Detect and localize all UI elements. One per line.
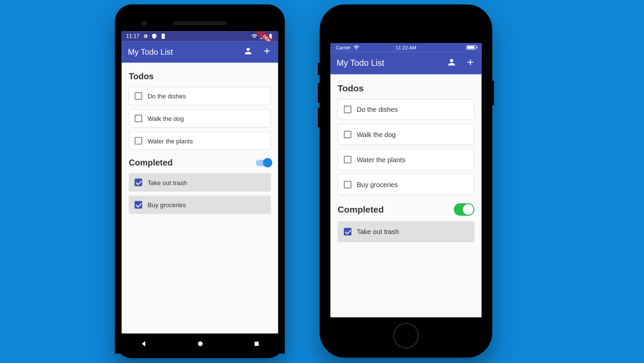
home-button[interactable] — [393, 323, 419, 349]
add-button[interactable] — [466, 57, 475, 69]
profile-button[interactable] — [243, 46, 253, 58]
ios-status-bar: Carrier 11:22 AM — [330, 43, 482, 52]
todo-label: Take out trash — [357, 228, 399, 235]
todo-label: Water the plants — [148, 137, 193, 144]
battery-icon — [466, 45, 476, 50]
add-button[interactable] — [262, 46, 272, 58]
app-title: My Todo List — [128, 47, 243, 57]
todo-item-completed[interactable]: Take out trash — [129, 173, 271, 192]
checkbox[interactable] — [135, 137, 142, 145]
checkbox-checked[interactable] — [135, 179, 142, 186]
checkbox-checked[interactable] — [344, 228, 352, 235]
checkbox[interactable] — [344, 181, 352, 189]
todo-item[interactable]: Water the plants — [337, 149, 474, 170]
android-status-bar: 11:17 — [122, 31, 278, 41]
signal-icon — [259, 33, 266, 40]
android-device-frame: 11:17 My Todo List — [115, 4, 285, 358]
checkbox-checked[interactable] — [135, 201, 142, 209]
recent-icon[interactable] — [253, 340, 260, 347]
android-nav-bar — [115, 333, 285, 354]
todo-label: Buy groceries — [357, 181, 398, 189]
home-icon[interactable] — [196, 339, 204, 348]
battery-icon — [267, 33, 274, 40]
todo-item-completed[interactable]: Take out trash — [337, 221, 474, 242]
todo-label: Walk the dog — [148, 115, 184, 122]
person-icon — [243, 46, 253, 56]
todo-label: Walk the dog — [357, 131, 396, 138]
todo-label: Buy groceries — [148, 201, 186, 208]
todos-heading: Todos — [337, 83, 474, 94]
android-screen: 11:17 My Todo List — [122, 31, 278, 333]
back-icon[interactable] — [139, 339, 147, 348]
shield-icon — [151, 33, 158, 40]
todo-label: Water the plants — [357, 156, 406, 164]
clipboard-icon — [160, 33, 166, 40]
todo-label: Do the dishes — [148, 92, 186, 99]
svg-point-0 — [198, 341, 203, 346]
todo-item[interactable]: Buy groceries — [337, 174, 474, 195]
completed-toggle[interactable] — [454, 203, 474, 216]
todo-item[interactable]: Do the dishes — [337, 99, 474, 120]
plus-icon — [466, 57, 475, 67]
todo-item-completed[interactable]: Buy groceries — [129, 196, 271, 214]
app-bar: My Todo List — [330, 52, 482, 75]
todo-item[interactable]: Walk the dog — [129, 109, 271, 128]
status-carrier: Carrier — [336, 45, 351, 50]
todo-item[interactable]: Do the dishes — [129, 87, 271, 105]
content-area: Todos Do the dishes Walk the dog Water t… — [122, 63, 278, 333]
wifi-icon — [353, 44, 360, 51]
content-area: Todos Do the dishes Walk the dog Water t… — [330, 74, 482, 317]
todos-heading: Todos — [129, 72, 271, 81]
wifi-icon — [251, 33, 258, 40]
person-icon — [447, 57, 457, 67]
profile-button[interactable] — [447, 57, 457, 69]
ios-screen: Carrier 11:22 AM My Todo List T — [330, 43, 482, 317]
todo-item[interactable]: Water the plants — [129, 132, 271, 150]
todo-label: Do the dishes — [357, 106, 398, 114]
checkbox[interactable] — [344, 106, 352, 114]
todo-item[interactable]: Walk the dog — [337, 124, 474, 145]
checkbox[interactable] — [135, 115, 142, 122]
ios-device-frame: Carrier 11:22 AM My Todo List T — [320, 4, 492, 358]
completed-heading: Completed — [129, 158, 173, 168]
app-bar: My Todo List — [122, 41, 278, 63]
completed-toggle[interactable] — [256, 160, 271, 166]
checkbox[interactable] — [344, 156, 352, 164]
checkbox[interactable] — [135, 92, 142, 100]
app-title: My Todo List — [337, 58, 447, 68]
status-time: 11:22 AM — [395, 45, 416, 50]
completed-heading: Completed — [337, 205, 384, 215]
todo-label: Take out trash — [148, 179, 187, 186]
plus-icon — [262, 46, 272, 56]
status-time: 11:17 — [126, 33, 140, 40]
gear-icon — [142, 33, 149, 40]
checkbox[interactable] — [344, 131, 352, 138]
svg-rect-1 — [255, 342, 259, 346]
